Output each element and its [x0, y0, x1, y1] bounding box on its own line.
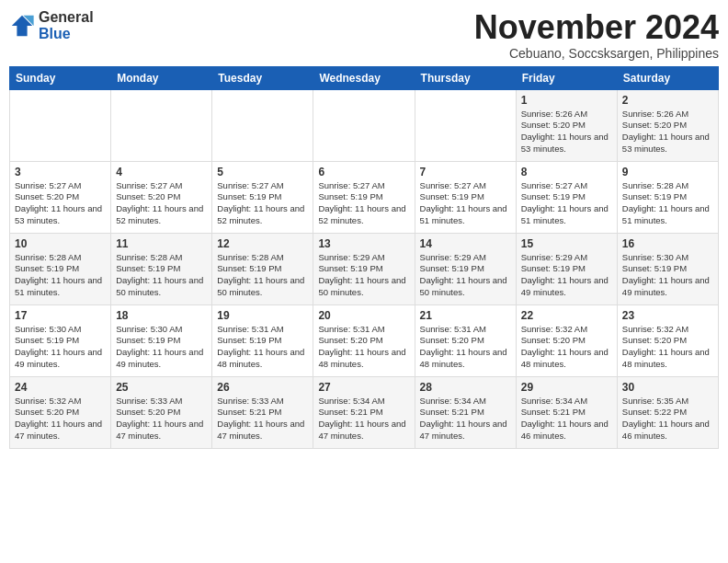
calendar-cell: 13Sunrise: 5:29 AM Sunset: 5:19 PM Dayli… — [313, 233, 415, 304]
calendar-cell — [10, 89, 111, 161]
page-header: General Blue November 2024 Cebuano, Socc… — [9, 9, 719, 61]
calendar-cell: 6Sunrise: 5:27 AM Sunset: 5:19 PM Daylig… — [313, 161, 415, 233]
calendar-cell: 29Sunrise: 5:34 AM Sunset: 5:21 PM Dayli… — [516, 376, 617, 448]
day-info: Sunrise: 5:31 AM Sunset: 5:19 PM Dayligh… — [217, 324, 308, 371]
weekday-header-sunday: Sunday — [10, 66, 111, 89]
day-number: 9 — [622, 166, 713, 178]
calendar-cell: 11Sunrise: 5:28 AM Sunset: 5:19 PM Dayli… — [111, 233, 212, 304]
day-info: Sunrise: 5:27 AM Sunset: 5:20 PM Dayligh… — [116, 180, 207, 227]
calendar-cell: 28Sunrise: 5:34 AM Sunset: 5:21 PM Dayli… — [415, 376, 516, 448]
day-number: 21 — [420, 309, 511, 322]
calendar-cell: 26Sunrise: 5:33 AM Sunset: 5:21 PM Dayli… — [212, 376, 313, 448]
calendar-cell: 19Sunrise: 5:31 AM Sunset: 5:19 PM Dayli… — [212, 304, 313, 376]
weekday-header-tuesday: Tuesday — [212, 66, 313, 89]
day-number: 18 — [116, 309, 207, 322]
day-number: 19 — [217, 309, 308, 322]
day-info: Sunrise: 5:34 AM Sunset: 5:21 PM Dayligh… — [318, 396, 409, 442]
day-number: 4 — [116, 166, 207, 178]
day-number: 7 — [420, 166, 511, 178]
day-number: 13 — [318, 237, 409, 250]
day-info: Sunrise: 5:27 AM Sunset: 5:19 PM Dayligh… — [318, 180, 409, 227]
day-number: 10 — [15, 237, 106, 250]
day-info: Sunrise: 5:34 AM Sunset: 5:21 PM Dayligh… — [521, 396, 612, 442]
day-number: 6 — [318, 166, 409, 178]
calendar-cell: 5Sunrise: 5:27 AM Sunset: 5:19 PM Daylig… — [212, 161, 313, 233]
calendar-cell: 24Sunrise: 5:32 AM Sunset: 5:20 PM Dayli… — [10, 376, 111, 448]
day-info: Sunrise: 5:31 AM Sunset: 5:20 PM Dayligh… — [420, 324, 511, 371]
day-info: Sunrise: 5:28 AM Sunset: 5:19 PM Dayligh… — [15, 252, 106, 299]
day-info: Sunrise: 5:26 AM Sunset: 5:20 PM Dayligh… — [622, 109, 713, 155]
title-block: November 2024 Cebuano, Soccsksargen, Phi… — [474, 9, 719, 61]
calendar-cell: 23Sunrise: 5:32 AM Sunset: 5:20 PM Dayli… — [617, 304, 718, 376]
calendar-cell: 2Sunrise: 5:26 AM Sunset: 5:20 PM Daylig… — [617, 89, 718, 161]
day-number: 16 — [622, 237, 713, 250]
day-number: 30 — [622, 381, 713, 394]
weekday-header-saturday: Saturday — [617, 66, 718, 89]
day-info: Sunrise: 5:27 AM Sunset: 5:19 PM Dayligh… — [521, 180, 612, 227]
day-info: Sunrise: 5:29 AM Sunset: 5:19 PM Dayligh… — [318, 252, 409, 299]
day-number: 2 — [622, 94, 713, 107]
day-info: Sunrise: 5:27 AM Sunset: 5:20 PM Dayligh… — [15, 180, 106, 227]
day-info: Sunrise: 5:30 AM Sunset: 5:19 PM Dayligh… — [622, 252, 713, 299]
day-number: 11 — [116, 237, 207, 250]
calendar-cell: 25Sunrise: 5:33 AM Sunset: 5:20 PM Dayli… — [111, 376, 212, 448]
day-number: 20 — [318, 309, 409, 322]
day-number: 26 — [217, 381, 308, 394]
logo-general: General — [39, 9, 94, 25]
day-info: Sunrise: 5:33 AM Sunset: 5:20 PM Dayligh… — [116, 396, 207, 442]
day-info: Sunrise: 5:32 AM Sunset: 5:20 PM Dayligh… — [622, 324, 713, 371]
day-number: 28 — [420, 381, 511, 394]
calendar-cell: 1Sunrise: 5:26 AM Sunset: 5:20 PM Daylig… — [516, 89, 617, 161]
day-info: Sunrise: 5:27 AM Sunset: 5:19 PM Dayligh… — [420, 180, 511, 227]
calendar-cell: 3Sunrise: 5:27 AM Sunset: 5:20 PM Daylig… — [10, 161, 111, 233]
calendar-cell: 21Sunrise: 5:31 AM Sunset: 5:20 PM Dayli… — [415, 304, 516, 376]
day-info: Sunrise: 5:28 AM Sunset: 5:19 PM Dayligh… — [622, 180, 713, 227]
day-info: Sunrise: 5:29 AM Sunset: 5:19 PM Dayligh… — [521, 252, 612, 299]
calendar-cell: 27Sunrise: 5:34 AM Sunset: 5:21 PM Dayli… — [313, 376, 415, 448]
day-info: Sunrise: 5:27 AM Sunset: 5:19 PM Dayligh… — [217, 180, 308, 227]
calendar-cell: 30Sunrise: 5:35 AM Sunset: 5:22 PM Dayli… — [617, 376, 718, 448]
calendar-cell: 7Sunrise: 5:27 AM Sunset: 5:19 PM Daylig… — [415, 161, 516, 233]
day-info: Sunrise: 5:30 AM Sunset: 5:19 PM Dayligh… — [116, 324, 207, 371]
day-info: Sunrise: 5:28 AM Sunset: 5:19 PM Dayligh… — [217, 252, 308, 299]
calendar-week-4: 17Sunrise: 5:30 AM Sunset: 5:19 PM Dayli… — [10, 304, 719, 376]
day-number: 3 — [15, 166, 106, 178]
calendar-week-3: 10Sunrise: 5:28 AM Sunset: 5:19 PM Dayli… — [10, 233, 719, 304]
calendar-week-5: 24Sunrise: 5:32 AM Sunset: 5:20 PM Dayli… — [10, 376, 719, 448]
calendar-header-row: SundayMondayTuesdayWednesdayThursdayFrid… — [10, 66, 719, 89]
calendar-cell: 4Sunrise: 5:27 AM Sunset: 5:20 PM Daylig… — [111, 161, 212, 233]
day-info: Sunrise: 5:33 AM Sunset: 5:21 PM Dayligh… — [217, 396, 308, 442]
day-info: Sunrise: 5:32 AM Sunset: 5:20 PM Dayligh… — [521, 324, 612, 371]
logo: General Blue — [9, 9, 94, 41]
day-number: 29 — [521, 381, 612, 394]
day-number: 25 — [116, 381, 207, 394]
weekday-header-friday: Friday — [516, 66, 617, 89]
calendar-cell: 15Sunrise: 5:29 AM Sunset: 5:19 PM Dayli… — [516, 233, 617, 304]
day-info: Sunrise: 5:29 AM Sunset: 5:19 PM Dayligh… — [420, 252, 511, 299]
day-number: 1 — [521, 94, 612, 107]
weekday-header-monday: Monday — [111, 66, 212, 89]
day-number: 15 — [521, 237, 612, 250]
day-number: 22 — [521, 309, 612, 322]
day-number: 27 — [318, 381, 409, 394]
day-number: 23 — [622, 309, 713, 322]
logo-icon — [9, 13, 35, 39]
calendar-cell: 22Sunrise: 5:32 AM Sunset: 5:20 PM Dayli… — [516, 304, 617, 376]
calendar-cell: 10Sunrise: 5:28 AM Sunset: 5:19 PM Dayli… — [10, 233, 111, 304]
calendar-week-2: 3Sunrise: 5:27 AM Sunset: 5:20 PM Daylig… — [10, 161, 719, 233]
calendar-cell: 9Sunrise: 5:28 AM Sunset: 5:19 PM Daylig… — [617, 161, 718, 233]
weekday-header-thursday: Thursday — [415, 66, 516, 89]
calendar-cell: 12Sunrise: 5:28 AM Sunset: 5:19 PM Dayli… — [212, 233, 313, 304]
calendar-cell: 17Sunrise: 5:30 AM Sunset: 5:19 PM Dayli… — [10, 304, 111, 376]
day-number: 5 — [217, 166, 308, 178]
month-title: November 2024 — [474, 9, 719, 46]
day-info: Sunrise: 5:28 AM Sunset: 5:19 PM Dayligh… — [116, 252, 207, 299]
day-number: 14 — [420, 237, 511, 250]
logo-text: General Blue — [39, 9, 94, 41]
day-info: Sunrise: 5:35 AM Sunset: 5:22 PM Dayligh… — [622, 396, 713, 442]
day-number: 8 — [521, 166, 612, 178]
day-info: Sunrise: 5:31 AM Sunset: 5:20 PM Dayligh… — [318, 324, 409, 371]
day-number: 17 — [15, 309, 106, 322]
calendar-cell: 14Sunrise: 5:29 AM Sunset: 5:19 PM Dayli… — [415, 233, 516, 304]
day-number: 24 — [15, 381, 106, 394]
